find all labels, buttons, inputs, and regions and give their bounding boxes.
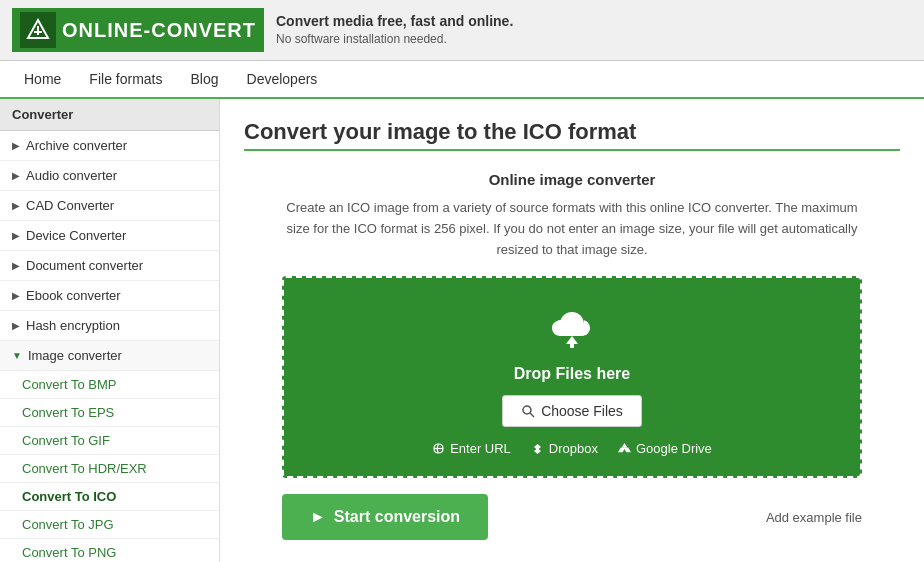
nav-item-developers[interactable]: Developers: [235, 61, 330, 97]
header-tagline: Convert media free, fast and online. No …: [276, 12, 513, 48]
start-conversion-button[interactable]: ► Start conversion: [282, 494, 488, 540]
upload-icon: [304, 308, 840, 357]
nav-item-home[interactable]: Home: [12, 61, 73, 97]
sidebar-items: ▶Archive converter▶Audio converter▶CAD C…: [0, 131, 219, 562]
sidebar: Converter ▶Archive converter▶Audio conve…: [0, 99, 220, 562]
svg-marker-4: [566, 336, 578, 348]
sidebar-subitem-convert-to-jpg[interactable]: Convert To JPG: [0, 511, 219, 539]
svg-point-5: [523, 406, 531, 414]
sidebar-item-device-converter[interactable]: ▶Device Converter: [0, 221, 219, 251]
nav-item-blog[interactable]: Blog: [178, 61, 230, 97]
page-title: Convert your image to the ICO format: [244, 119, 900, 145]
converter-title: Online image converter: [244, 171, 900, 188]
sidebar-arrow: ▶: [12, 260, 20, 271]
sidebar-arrow: ▶: [12, 230, 20, 241]
main-content: Convert your image to the ICO format Onl…: [220, 99, 924, 562]
file-options: Enter URL Dropbox: [304, 441, 840, 456]
converter-section: Online image converter Create an ICO ima…: [244, 171, 900, 540]
sidebar-item-label: Archive converter: [26, 138, 127, 153]
sidebar-item-image-converter[interactable]: ▼Image converter: [0, 341, 219, 371]
nav-item-file-formats[interactable]: File formats: [77, 61, 174, 97]
sidebar-item-label: Document converter: [26, 258, 143, 273]
choose-files-button[interactable]: Choose Files: [502, 395, 642, 427]
logo-box[interactable]: ONLINE-CONVERT: [12, 8, 264, 52]
logo-icon: [20, 12, 56, 48]
enter-url-option[interactable]: Enter URL: [432, 441, 511, 456]
sidebar-arrow: ▼: [12, 350, 22, 361]
start-btn-label: Start conversion: [334, 508, 460, 526]
sidebar-item-label: CAD Converter: [26, 198, 114, 213]
start-btn-arrow: ►: [310, 508, 326, 526]
tagline-main: Convert media free, fast and online.: [276, 12, 513, 32]
svg-marker-12: [622, 443, 628, 448]
svg-marker-9: [534, 448, 541, 454]
google-drive-label: Google Drive: [636, 441, 712, 456]
sidebar-item-label: Ebook converter: [26, 288, 121, 303]
sidebar-subitem-convert-to-png[interactable]: Convert To PNG: [0, 539, 219, 562]
logo-text: ONLINE-CONVERT: [62, 19, 256, 42]
layout: Converter ▶Archive converter▶Audio conve…: [0, 99, 924, 562]
sidebar-item-label: Hash encryption: [26, 318, 120, 333]
sidebar-arrow: ▶: [12, 290, 20, 301]
sidebar-item-archive-converter[interactable]: ▶Archive converter: [0, 131, 219, 161]
sidebar-item-document-converter[interactable]: ▶Document converter: [0, 251, 219, 281]
enter-url-label: Enter URL: [450, 441, 511, 456]
svg-line-6: [530, 413, 534, 417]
sidebar-header: Converter: [0, 99, 219, 131]
dropbox-option[interactable]: Dropbox: [531, 441, 598, 456]
converter-desc: Create an ICO image from a variety of so…: [282, 198, 862, 260]
drop-zone[interactable]: Drop Files here Choose Files: [282, 276, 862, 478]
example-link[interactable]: Add example file: [766, 510, 862, 525]
sidebar-item-cad-converter[interactable]: ▶CAD Converter: [0, 191, 219, 221]
google-drive-option[interactable]: Google Drive: [618, 441, 712, 456]
sidebar-subitem-convert-to-ico[interactable]: Convert To ICO: [0, 483, 219, 511]
sidebar-arrow: ▶: [12, 200, 20, 211]
svg-marker-11: [624, 448, 631, 453]
sidebar-arrow: ▶: [12, 320, 20, 331]
sidebar-subitem-convert-to-hdr/exr[interactable]: Convert To HDR/EXR: [0, 455, 219, 483]
sidebar-subitem-convert-to-gif[interactable]: Convert To GIF: [0, 427, 219, 455]
sidebar-item-label: Device Converter: [26, 228, 126, 243]
sidebar-item-ebook-converter[interactable]: ▶Ebook converter: [0, 281, 219, 311]
bottom-row: ► Start conversion Add example file: [282, 494, 862, 540]
tagline-sub: No software installation needed.: [276, 31, 513, 48]
title-underline: [244, 149, 900, 151]
choose-files-label: Choose Files: [541, 403, 623, 419]
sidebar-subitem-convert-to-eps[interactable]: Convert To EPS: [0, 399, 219, 427]
nav: HomeFile formatsBlogDevelopers: [0, 61, 924, 99]
sidebar-item-label: Audio converter: [26, 168, 117, 183]
sidebar-arrow: ▶: [12, 170, 20, 181]
sidebar-item-label: Image converter: [28, 348, 122, 363]
sidebar-subitem-convert-to-bmp[interactable]: Convert To BMP: [0, 371, 219, 399]
dropbox-label: Dropbox: [549, 441, 598, 456]
sidebar-arrow: ▶: [12, 140, 20, 151]
header: ONLINE-CONVERT Convert media free, fast …: [0, 0, 924, 61]
sidebar-item-audio-converter[interactable]: ▶Audio converter: [0, 161, 219, 191]
sidebar-item-hash-encryption[interactable]: ▶Hash encryption: [0, 311, 219, 341]
drop-text: Drop Files here: [304, 365, 840, 383]
